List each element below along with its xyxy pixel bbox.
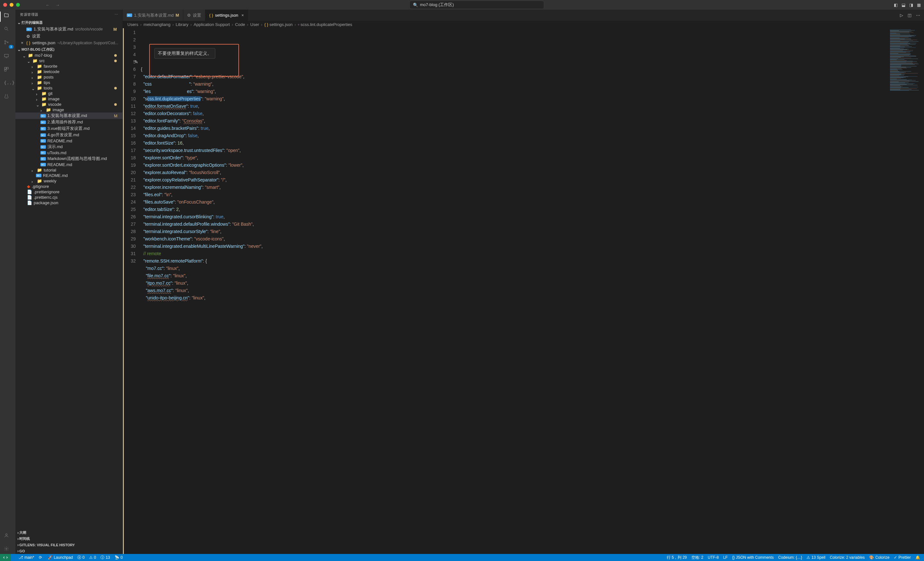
tree-row[interactable]: ⌄📁tools xyxy=(15,85,123,91)
tree-row[interactable]: M↓README.md xyxy=(15,138,123,144)
sidebar-panel-header[interactable]: ›GITLENS: VISUAL FILE HISTORY xyxy=(15,542,123,548)
nav-back-icon[interactable]: ← xyxy=(45,3,50,7)
tree-row[interactable]: ⌄📁src xyxy=(15,58,123,63)
tree-row[interactable]: 📄.prettierrc.cjs xyxy=(15,194,123,200)
maximize-window-button[interactable] xyxy=(16,3,20,7)
nav-forward-icon[interactable]: → xyxy=(56,3,60,7)
command-center[interactable]: 🔍 mo7-blog (工作区) xyxy=(410,1,544,9)
code-line[interactable]: "file.mo7.cc": "linux", xyxy=(141,272,889,280)
code-line[interactable]: "files.eol": "\n", xyxy=(141,191,889,199)
editor-tab[interactable]: { }settings.json× xyxy=(206,10,248,21)
code-line[interactable]: // remote xyxy=(141,250,889,257)
code-line[interactable]: "workbench.iconTheme": "vscode-icons", xyxy=(141,235,889,243)
status-item[interactable]: UTF-8 xyxy=(708,555,718,560)
tree-row[interactable]: M↓README.md xyxy=(15,162,123,168)
tree-row[interactable]: 📄.prettierignore xyxy=(15,189,123,194)
sidebar-panel-header[interactable]: ›时间线 xyxy=(15,536,123,542)
status-item[interactable]: 📡0 xyxy=(114,555,123,560)
code-line[interactable]: "aws.mo7.cc": "linux", xyxy=(141,287,889,294)
status-item[interactable]: {} JSON with Comments xyxy=(732,555,774,560)
breadcrumb-segment[interactable]: meichangliang xyxy=(143,22,170,27)
code-line[interactable]: "mo7.cc": "linux", xyxy=(141,265,889,272)
toggle-panel-left-icon[interactable]: ◧ xyxy=(894,3,898,7)
tree-row[interactable]: ⌄📁vscode xyxy=(15,102,123,107)
close-icon[interactable]: × xyxy=(20,40,24,45)
activity-account-icon[interactable] xyxy=(4,533,12,540)
code-line[interactable]: "scss.lint.duplicateProperties": "warnin… xyxy=(141,95,889,103)
code-line[interactable]: "editor.tabSize": 2, xyxy=(141,206,889,213)
tree-row[interactable]: ›📁favorite xyxy=(15,63,123,69)
code-line[interactable]: "editor.fontSize": 16, xyxy=(141,139,889,147)
code-editor[interactable]: 1234567891011121314151617181920212223242… xyxy=(123,28,924,554)
breadcrumb-segment[interactable]: Users xyxy=(128,22,138,27)
status-item[interactable]: ⚠13 Spell xyxy=(807,555,825,560)
close-tab-icon[interactable]: × xyxy=(242,13,244,18)
code-line[interactable]: { xyxy=(141,66,889,73)
code-line[interactable]: "explorer.sortOrderLexicographicOptions"… xyxy=(141,162,889,169)
tree-row[interactable]: M↓3.vue前端开发设置.md xyxy=(15,125,123,132)
tree-row[interactable]: ›📁leetcode xyxy=(15,69,123,74)
code-line[interactable]: "explorer.sortOrder": "type", xyxy=(141,154,889,162)
breadcrumb-segment[interactable]: User xyxy=(250,22,259,27)
activity-explorer-icon[interactable] xyxy=(4,13,12,21)
code-line[interactable]: "editor.formatOnSave": true, xyxy=(141,103,889,110)
code-line[interactable]: "editor.colorDecorators": false, xyxy=(141,110,889,117)
code-line[interactable]: "les es": "warning", xyxy=(141,88,889,95)
tree-row[interactable]: ›📁git xyxy=(15,91,123,96)
tree-row[interactable]: M↓uTools.md xyxy=(15,150,123,156)
tree-row[interactable]: ◆.gitignore xyxy=(15,184,123,189)
code-line[interactable]: "editor.guides.bracketPairs": true, xyxy=(141,125,889,132)
code-line[interactable]: "terminal.integrated.cursorStyle": "line… xyxy=(141,228,889,235)
code-line[interactable]: "explorer.incrementalNaming": "smart", xyxy=(141,184,889,191)
status-item[interactable]: 🎨Colorize xyxy=(869,555,890,560)
status-item[interactable]: Codeium: {…} xyxy=(778,555,802,560)
activity-search-icon[interactable] xyxy=(4,26,12,34)
code-line[interactable]: "itpo.mo7.cc": "linux", xyxy=(141,280,889,287)
activity-json-icon[interactable]: {..} xyxy=(4,80,12,88)
tree-row[interactable]: M↓2.通用插件推荐.md xyxy=(15,119,123,125)
activity-remote-icon[interactable] xyxy=(4,53,12,61)
tree-row[interactable]: ›📁image xyxy=(15,96,123,102)
activity-extensions-icon[interactable] xyxy=(4,67,12,74)
activity-scm-icon[interactable]: 3 xyxy=(4,40,12,48)
code-line[interactable]: "explorer.autoReveal": "focusNoScroll", xyxy=(141,169,889,176)
status-item[interactable]: LF xyxy=(723,555,728,560)
status-item[interactable]: ⟳ xyxy=(39,555,44,560)
breadcrumb-segment[interactable]: Library xyxy=(176,22,188,27)
open-editors-header[interactable]: ⌄打开的编辑器 xyxy=(15,19,123,25)
edit-gutter-icon[interactable]: ✎ xyxy=(134,58,138,66)
code-line[interactable]: "terminal.integrated.enableMultiLinePast… xyxy=(141,243,889,250)
status-item[interactable]: ⚠0 xyxy=(89,555,96,560)
editor-tab[interactable]: ⚙设置 xyxy=(183,10,206,21)
tree-row[interactable]: 📄package.json xyxy=(15,200,123,205)
code-line[interactable]: "remote.SSH.remotePlatform": { xyxy=(141,257,889,265)
breadcrumb-segment[interactable]: ▫ scss.lint.duplicateProperties xyxy=(298,22,352,27)
code-content[interactable]: 不要使用重复的样式定义。 ✎ { "editor.defaultFormatte… xyxy=(141,28,889,554)
toggle-panel-bottom-icon[interactable]: ⬓ xyxy=(902,3,905,7)
editor-tab[interactable]: M↓1.安装与基本设置.mdM xyxy=(123,10,183,21)
code-line[interactable]: "css ": "warning", xyxy=(141,81,889,88)
breadcrumb-segment[interactable]: Code xyxy=(235,22,245,27)
tree-row[interactable]: M↓1.安装与基本设置.mdM xyxy=(15,112,123,119)
status-item[interactable]: 行 5，列 29 xyxy=(667,555,687,560)
workspace-header[interactable]: ⌄MO7-BLOG (工作区) xyxy=(15,46,123,52)
sidebar-panel-header[interactable]: ›大纲 xyxy=(15,530,123,536)
open-editor-item[interactable]: M↓1.安装与基本设置.md src/tools/vscodeM xyxy=(17,25,123,33)
activity-settings-icon[interactable] xyxy=(4,546,12,554)
toggle-panel-right-icon[interactable]: ◨ xyxy=(909,3,913,7)
tree-row[interactable]: M↓Markdown流程图与思维导图.md xyxy=(15,156,123,162)
sidebar-panel-header[interactable]: ›GO xyxy=(15,548,123,554)
minimize-window-button[interactable] xyxy=(10,3,14,7)
activity-testing-icon[interactable] xyxy=(4,94,12,101)
status-item[interactable]: 🚀Launchpad xyxy=(48,555,73,560)
code-line[interactable]: "editor.dragAndDrop": false, xyxy=(141,132,889,139)
run-icon[interactable]: ▷ xyxy=(900,13,903,18)
tree-row[interactable]: ⌄📁mo7-blog xyxy=(15,52,123,58)
code-line[interactable]: "explorer.copyRelativePathSeparator": "/… xyxy=(141,176,889,184)
status-item[interactable]: 🔔 xyxy=(915,555,921,560)
sidebar-more-icon[interactable]: ⋯ xyxy=(114,12,118,16)
tree-row[interactable]: M↓README.md xyxy=(15,173,123,178)
close-window-button[interactable] xyxy=(3,3,7,7)
breadcrumb-segment[interactable]: Application Support xyxy=(194,22,230,27)
code-line[interactable]: "security.workspace.trust.untrustedFiles… xyxy=(141,147,889,154)
